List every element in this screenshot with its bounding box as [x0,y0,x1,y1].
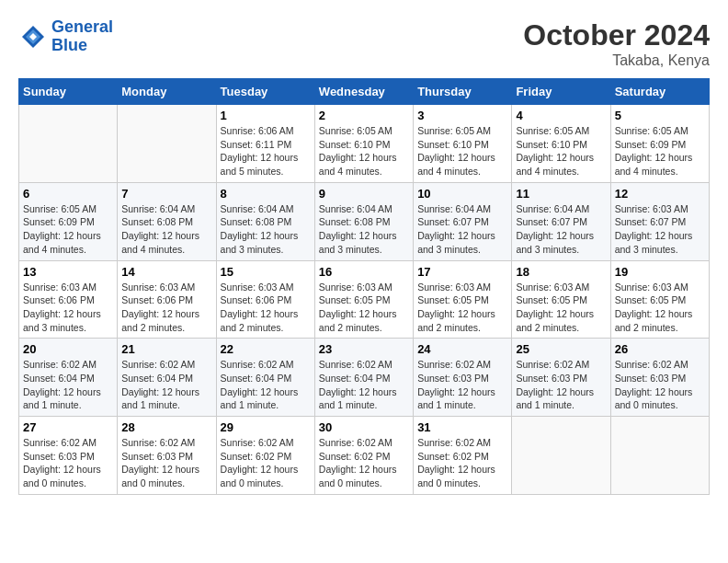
day-number: 30 [319,420,409,434]
day-number: 16 [319,265,409,279]
weekday-header-tuesday: Tuesday [216,79,314,105]
day-number: 15 [221,265,311,279]
day-info: Sunrise: 6:03 AM Sunset: 6:06 PM Dayligh… [221,281,311,335]
day-number: 1 [221,109,311,122]
day-info: Sunrise: 6:06 AM Sunset: 6:11 PM Dayligh… [221,124,311,178]
calendar-table: SundayMondayTuesdayWednesdayThursdayFrid… [18,78,710,495]
day-info: Sunrise: 6:02 AM Sunset: 6:04 PM Dayligh… [221,358,311,412]
day-info: Sunrise: 6:04 AM Sunset: 6:07 PM Dayligh… [417,202,507,257]
calendar-cell: 15Sunrise: 6:03 AM Sunset: 6:06 PM Dayli… [216,260,314,339]
day-info: Sunrise: 6:02 AM Sunset: 6:02 PM Dayligh… [221,436,311,490]
day-info: Sunrise: 6:02 AM Sunset: 6:04 PM Dayligh… [319,358,409,412]
weekday-header-wednesday: Wednesday [314,79,413,105]
calendar-week-row: 6Sunrise: 6:05 AM Sunset: 6:09 PM Daylig… [19,182,710,260]
day-info: Sunrise: 6:02 AM Sunset: 6:02 PM Dayligh… [319,436,409,490]
calendar-cell: 26Sunrise: 6:02 AM Sunset: 6:03 PM Dayli… [610,339,709,417]
day-info: Sunrise: 6:03 AM Sunset: 6:06 PM Dayligh… [23,281,113,335]
weekday-header-monday: Monday [118,79,216,105]
calendar-week-row: 13Sunrise: 6:03 AM Sunset: 6:06 PM Dayli… [19,260,710,339]
day-number: 17 [417,265,507,279]
day-number: 12 [615,187,705,201]
day-number: 25 [516,342,606,356]
weekday-header-thursday: Thursday [414,79,512,105]
calendar-cell: 4Sunrise: 6:05 AM Sunset: 6:10 PM Daylig… [512,105,610,183]
day-number: 22 [221,342,311,356]
day-number: 3 [417,109,507,122]
logo-icon [18,22,48,52]
day-info: Sunrise: 6:05 AM Sunset: 6:10 PM Dayligh… [516,124,606,178]
day-number: 26 [615,342,705,356]
month-title: October 2024 [523,18,710,52]
day-number: 28 [121,420,211,434]
weekday-header-row: SundayMondayTuesdayWednesdayThursdayFrid… [19,79,710,105]
title-block: October 2024 Takaba, Kenya [523,18,710,69]
day-info: Sunrise: 6:02 AM Sunset: 6:04 PM Dayligh… [121,358,211,412]
calendar-cell: 31Sunrise: 6:02 AM Sunset: 6:02 PM Dayli… [414,417,512,495]
weekday-header-saturday: Saturday [610,79,709,105]
day-info: Sunrise: 6:04 AM Sunset: 6:08 PM Dayligh… [121,202,211,257]
day-info: Sunrise: 6:02 AM Sunset: 6:03 PM Dayligh… [121,436,211,490]
calendar-cell: 18Sunrise: 6:03 AM Sunset: 6:05 PM Dayli… [512,260,610,339]
calendar-cell [19,105,118,183]
day-number: 10 [417,187,507,201]
calendar-cell: 6Sunrise: 6:05 AM Sunset: 6:09 PM Daylig… [19,182,118,260]
day-info: Sunrise: 6:02 AM Sunset: 6:02 PM Dayligh… [417,436,507,490]
weekday-header-sunday: Sunday [19,79,118,105]
day-number: 14 [121,265,211,279]
calendar-cell [512,417,610,495]
calendar-cell: 7Sunrise: 6:04 AM Sunset: 6:08 PM Daylig… [118,182,216,260]
calendar-cell: 22Sunrise: 6:02 AM Sunset: 6:04 PM Dayli… [216,339,314,417]
calendar-cell: 28Sunrise: 6:02 AM Sunset: 6:03 PM Dayli… [118,417,216,495]
day-info: Sunrise: 6:05 AM Sunset: 6:09 PM Dayligh… [615,124,705,178]
location: Takaba, Kenya [523,52,710,69]
logo-line1: General [51,17,113,36]
logo-line2: Blue [51,36,87,54]
day-info: Sunrise: 6:05 AM Sunset: 6:09 PM Dayligh… [23,202,113,257]
calendar-week-row: 20Sunrise: 6:02 AM Sunset: 6:04 PM Dayli… [19,339,710,417]
day-info: Sunrise: 6:05 AM Sunset: 6:10 PM Dayligh… [319,124,409,178]
logo-text: General Blue [51,18,113,55]
calendar-cell: 9Sunrise: 6:04 AM Sunset: 6:08 PM Daylig… [314,182,413,260]
day-number: 19 [615,265,705,279]
calendar-cell: 1Sunrise: 6:06 AM Sunset: 6:11 PM Daylig… [216,105,314,183]
day-info: Sunrise: 6:03 AM Sunset: 6:05 PM Dayligh… [319,281,409,335]
day-number: 23 [319,342,409,356]
calendar-cell: 25Sunrise: 6:02 AM Sunset: 6:03 PM Dayli… [512,339,610,417]
calendar-cell: 29Sunrise: 6:02 AM Sunset: 6:02 PM Dayli… [216,417,314,495]
calendar-cell: 19Sunrise: 6:03 AM Sunset: 6:05 PM Dayli… [610,260,709,339]
calendar-cell: 5Sunrise: 6:05 AM Sunset: 6:09 PM Daylig… [610,105,709,183]
calendar-cell: 2Sunrise: 6:05 AM Sunset: 6:10 PM Daylig… [314,105,413,183]
day-number: 21 [121,342,211,356]
day-number: 31 [417,420,507,434]
day-number: 4 [516,109,606,122]
day-number: 8 [221,187,311,201]
day-info: Sunrise: 6:03 AM Sunset: 6:05 PM Dayligh… [417,281,507,335]
day-number: 2 [319,109,409,122]
calendar-cell [118,105,216,183]
day-number: 11 [516,187,606,201]
day-info: Sunrise: 6:02 AM Sunset: 6:03 PM Dayligh… [23,436,113,490]
day-info: Sunrise: 6:04 AM Sunset: 6:07 PM Dayligh… [516,202,606,257]
day-number: 6 [23,187,113,201]
calendar-cell: 16Sunrise: 6:03 AM Sunset: 6:05 PM Dayli… [314,260,413,339]
calendar-cell: 24Sunrise: 6:02 AM Sunset: 6:03 PM Dayli… [414,339,512,417]
calendar-cell: 17Sunrise: 6:03 AM Sunset: 6:05 PM Dayli… [414,260,512,339]
page-header: General Blue October 2024 Takaba, Kenya [18,18,710,69]
calendar-week-row: 1Sunrise: 6:06 AM Sunset: 6:11 PM Daylig… [19,105,710,183]
calendar-cell: 14Sunrise: 6:03 AM Sunset: 6:06 PM Dayli… [118,260,216,339]
day-info: Sunrise: 6:04 AM Sunset: 6:08 PM Dayligh… [319,202,409,257]
day-info: Sunrise: 6:03 AM Sunset: 6:07 PM Dayligh… [615,202,705,257]
day-info: Sunrise: 6:02 AM Sunset: 6:03 PM Dayligh… [417,358,507,412]
day-number: 29 [221,420,311,434]
day-info: Sunrise: 6:02 AM Sunset: 6:03 PM Dayligh… [516,358,606,412]
day-info: Sunrise: 6:03 AM Sunset: 6:06 PM Dayligh… [121,281,211,335]
day-number: 5 [615,109,705,122]
day-number: 7 [121,187,211,201]
calendar-cell: 3Sunrise: 6:05 AM Sunset: 6:10 PM Daylig… [414,105,512,183]
day-info: Sunrise: 6:02 AM Sunset: 6:03 PM Dayligh… [615,358,705,412]
day-info: Sunrise: 6:05 AM Sunset: 6:10 PM Dayligh… [417,124,507,178]
calendar-cell: 23Sunrise: 6:02 AM Sunset: 6:04 PM Dayli… [314,339,413,417]
calendar-cell: 21Sunrise: 6:02 AM Sunset: 6:04 PM Dayli… [118,339,216,417]
day-number: 20 [23,342,113,356]
logo: General Blue [18,18,113,55]
